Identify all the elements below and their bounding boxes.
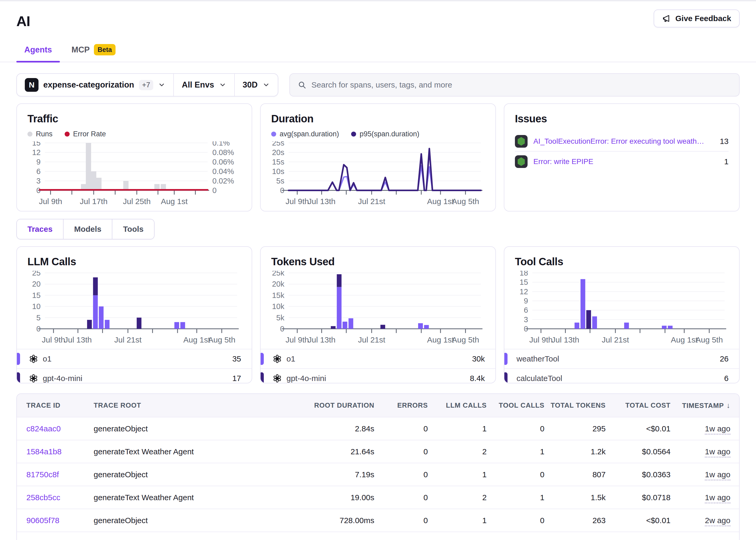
trace-root-cell: generateObject (84, 463, 290, 486)
series-name: o1 (43, 354, 52, 363)
tab-agents[interactable]: Agents (16, 40, 60, 62)
give-feedback-button[interactable]: Give Feedback (654, 10, 740, 27)
issue-link[interactable]: AI_ToolExecutionError: Error executing t… (533, 137, 707, 146)
svg-text:Aug 1st: Aug 1st (427, 197, 454, 206)
trace-root-cell: generateText Weather Agent (84, 440, 290, 463)
table-row[interactable]: 90605f78generateObject728.00ms010263<$0.… (17, 509, 740, 532)
legend-row-weatherTool[interactable]: weatherTool 26 (504, 349, 739, 368)
duration-chart: 05s10s15s20s25sJul 9thJul 13thJul 21stAu… (271, 141, 485, 209)
series-name: calculateTool (517, 374, 562, 383)
tool-calls-card: Tool Calls 0369121518Jul 9thJul 13thJul … (504, 246, 740, 383)
legend-runs[interactable]: Runs (27, 130, 53, 138)
env-label: All Envs (182, 80, 214, 90)
table-row[interactable]: 81750c8fgenerateObject7.19s010807$0.0363… (17, 463, 740, 486)
svg-text:3: 3 (524, 315, 528, 324)
col-trace-root[interactable]: TRACE ROOT (84, 394, 290, 417)
legend-row-o1[interactable]: o1 35 (17, 349, 252, 368)
trace-id-link[interactable]: 81750c8f (17, 463, 84, 486)
search-input[interactable] (312, 80, 731, 89)
feedback-label: Give Feedback (675, 14, 731, 23)
root-duration-cell: 728.00ms (290, 509, 374, 532)
timestamp-value[interactable]: 1w ago (705, 447, 730, 458)
svg-text:6: 6 (524, 306, 528, 314)
errors-cell: 0 (374, 440, 428, 463)
col-tool-calls[interactable]: TOOL CALLS (487, 394, 544, 417)
issue-row[interactable]: Error: write EPIPE 1 (515, 152, 729, 172)
timestamp-cell: 1w ago (671, 417, 740, 440)
root-duration-cell: 7.19s (290, 463, 374, 486)
col-total-cost[interactable]: TOTAL COST (606, 394, 671, 417)
table-row[interactable]: 258cb5ccgenerateText Weather Agent19.00s… (17, 486, 740, 509)
col-timestamp[interactable]: TIMESTAMP↓ (671, 394, 740, 417)
timestamp-cell: 2w ago (671, 509, 740, 532)
timestamp-cell: 1w ago (671, 463, 740, 486)
series-color-chip (260, 353, 264, 365)
legend-p95-duration[interactable]: p95(span.duration) (351, 130, 419, 138)
svg-text:12: 12 (520, 287, 528, 296)
trace-id-link[interactable]: 1b9a433b (17, 532, 84, 540)
openai-icon (29, 374, 38, 383)
total-tokens-cell: 295 (544, 417, 606, 440)
legend-row-calculateTool[interactable]: calculateTool 6 (504, 368, 739, 383)
trace-root-cell: generateText Weather Agent (84, 532, 290, 540)
col-errors[interactable]: ERRORS (374, 394, 428, 417)
svg-text:9: 9 (36, 158, 41, 166)
svg-text:15: 15 (32, 141, 41, 147)
project-selector[interactable]: N expense-categorization +7 (17, 74, 173, 96)
timestamp-value[interactable]: 2w ago (705, 516, 730, 526)
svg-text:Jul 21st: Jul 21st (358, 197, 385, 206)
llm-calls-cell: 2 (428, 532, 487, 540)
root-duration-cell: 21.64s (290, 440, 374, 463)
timestamp-value[interactable]: 1w ago (705, 470, 730, 480)
svg-text:20k: 20k (272, 280, 284, 288)
errors-cell: 0 (374, 486, 428, 509)
search-box (289, 73, 740, 96)
timestamp-value[interactable]: 1w ago (705, 424, 730, 435)
svg-text:0.08%: 0.08% (212, 148, 234, 157)
col-root-duration[interactable]: ROOT DURATION (290, 394, 374, 417)
trace-id-link[interactable]: 1584a1b8 (17, 440, 84, 463)
svg-text:Jul 21st: Jul 21st (114, 336, 142, 344)
legend-row-gpt-4o-mini[interactable]: gpt-4o-mini 17 (17, 368, 252, 383)
legend-avg-duration[interactable]: avg(span.duration) (271, 130, 339, 138)
llm-calls-cell: 1 (428, 509, 487, 532)
env-selector[interactable]: All Envs (173, 74, 234, 96)
col-llm-calls[interactable]: LLM CALLS (428, 394, 487, 417)
table-row[interactable]: 1584a1b8generateText Weather Agent21.64s… (17, 440, 740, 463)
trace-id-link[interactable]: 90605f78 (17, 509, 84, 532)
col-trace-id[interactable]: TRACE ID (17, 394, 84, 417)
trace-id-link[interactable]: 258cb5cc (17, 486, 84, 509)
tab-mcp[interactable]: MCP Beta (64, 40, 123, 62)
svg-text:Aug 5th: Aug 5th (208, 336, 235, 344)
tab-traces[interactable]: Traces (17, 219, 63, 239)
tab-tools[interactable]: Tools (112, 219, 154, 239)
legend-row-gpt-4o-mini[interactable]: gpt-4o-mini 8.4k (261, 368, 495, 383)
search-icon (298, 81, 306, 89)
legend-error-rate[interactable]: Error Rate (65, 130, 106, 138)
svg-text:0.02%: 0.02% (212, 177, 234, 185)
table-row[interactable]: c824aac0generateObject2.84s010295<$0.011… (17, 417, 740, 440)
errors-cell: 0 (374, 417, 428, 440)
series-value: 8.4k (470, 374, 485, 383)
svg-text:12: 12 (32, 148, 41, 157)
tokens-used-card: Tokens Used 05k10k15k20k25kJul 9thJul 13… (260, 246, 496, 383)
tab-models[interactable]: Models (63, 219, 112, 239)
timestamp-value[interactable]: 2w ago (705, 539, 730, 540)
chevron-down-icon (219, 81, 226, 88)
table-row[interactable]: 1b9a433bgenerateText Weather Agent4.95s0… (17, 532, 740, 540)
trace-id-link[interactable]: c824aac0 (17, 417, 84, 440)
timestamp-cell: 1w ago (671, 486, 740, 509)
issue-link[interactable]: Error: write EPIPE (533, 157, 593, 166)
errors-cell: 0 (374, 532, 428, 540)
duration-legend: avg(span.duration) p95(span.duration) (271, 130, 485, 138)
col-total-tokens[interactable]: TOTAL TOKENS (544, 394, 606, 417)
issue-row[interactable]: AI_ToolExecutionError: Error executing t… (515, 132, 729, 152)
root-duration-cell: 4.95s (290, 532, 374, 540)
series-color-chip (504, 353, 508, 365)
tool-calls-cell: 1 (487, 532, 544, 540)
date-range-selector[interactable]: 30D (234, 74, 278, 96)
legend-row-o1[interactable]: o1 30k (261, 349, 495, 368)
series-name: o1 (286, 354, 295, 363)
svg-text:3: 3 (36, 177, 41, 185)
timestamp-value[interactable]: 1w ago (705, 493, 730, 503)
